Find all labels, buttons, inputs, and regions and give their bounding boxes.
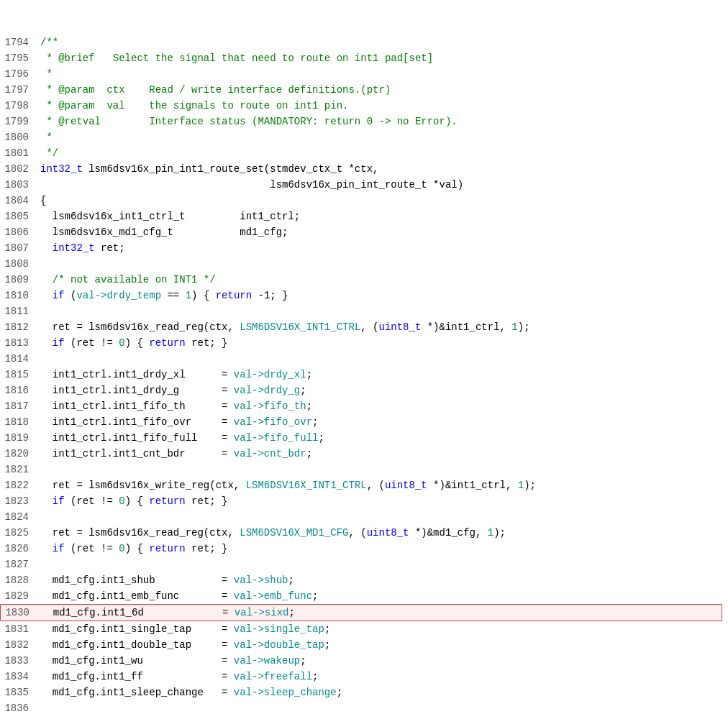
code-line: 1835 md1_cfg.int1_sleep_change = val->sl… bbox=[0, 685, 722, 700]
line-number: 1836 bbox=[0, 700, 37, 714]
line-content bbox=[37, 351, 722, 367]
code-line: 1802int32_t lsm6dsv16x_pin_int1_route_se… bbox=[0, 161, 722, 177]
line-number: 1812 bbox=[0, 319, 37, 335]
line-number: 1804 bbox=[0, 193, 37, 209]
code-line: 1798 * @param val the signals to route o… bbox=[0, 98, 722, 114]
code-line: 1830 md1_cfg.int1_6d = val->sixd; bbox=[0, 604, 722, 621]
code-line: 1819 int1_ctrl.int1_fifo_full = val->fif… bbox=[0, 430, 722, 446]
line-content: int1_ctrl.int1_drdy_g = val->drdy_g; bbox=[37, 383, 722, 398]
line-number: 1833 bbox=[0, 653, 37, 669]
line-content: md1_cfg.int1_ff = val->freefall; bbox=[37, 669, 722, 685]
line-number: 1818 bbox=[0, 414, 37, 430]
line-content: if (ret != 0) { return ret; } bbox=[37, 541, 722, 557]
line-number: 1817 bbox=[0, 398, 37, 414]
line-content: ret = lsm6dsv16x_read_reg(ctx, LSM6DSV16… bbox=[37, 319, 722, 335]
line-number: 1797 bbox=[0, 82, 37, 98]
line-number: 1811 bbox=[0, 303, 37, 319]
line-number: 1815 bbox=[0, 367, 37, 383]
line-number: 1829 bbox=[0, 588, 37, 604]
code-line: 1803 lsm6dsv16x_pin_int_route_t *val) bbox=[0, 177, 722, 193]
line-content bbox=[37, 303, 722, 319]
line-number: 1831 bbox=[0, 621, 37, 637]
line-number: 1814 bbox=[0, 351, 37, 367]
line-number: 1823 bbox=[0, 493, 37, 509]
line-number: 1799 bbox=[0, 114, 37, 129]
line-number: 1795 bbox=[0, 50, 37, 66]
code-line: 1813 if (ret != 0) { return ret; } bbox=[0, 335, 722, 351]
line-content: lsm6dsv16x_md1_cfg_t md1_cfg; bbox=[37, 224, 722, 240]
line-number: 1806 bbox=[0, 224, 37, 240]
line-number: 1801 bbox=[0, 145, 37, 161]
code-line: 1827 bbox=[0, 557, 722, 572]
line-number: 1830 bbox=[1, 605, 38, 621]
code-line: 1797 * @param ctx Read / write interface… bbox=[0, 82, 722, 98]
line-content bbox=[37, 256, 722, 272]
line-content: * @param ctx Read / write interface defi… bbox=[37, 82, 722, 98]
code-line: 1836 bbox=[0, 700, 722, 714]
code-line: 1804{ bbox=[0, 193, 722, 209]
code-line: 1833 md1_cfg.int1_wu = val->wakeup; bbox=[0, 653, 722, 669]
code-line: 1810 if (val->drdy_temp == 1) { return -… bbox=[0, 288, 722, 303]
line-content: if (val->drdy_temp == 1) { return -1; } bbox=[37, 288, 722, 303]
code-line: 1800 * bbox=[0, 129, 722, 145]
code-line: 1828 md1_cfg.int1_shub = val->shub; bbox=[0, 572, 722, 588]
line-content: ret = lsm6dsv16x_write_reg(ctx, LSM6DSV1… bbox=[37, 477, 722, 493]
line-number: 1820 bbox=[0, 446, 37, 462]
line-number: 1835 bbox=[0, 685, 37, 700]
line-content: * @param val the signals to route on int… bbox=[37, 98, 722, 114]
code-line: 1825 ret = lsm6dsv16x_read_reg(ctx, LSM6… bbox=[0, 525, 722, 541]
code-line: 1814 bbox=[0, 351, 722, 367]
code-line: 1832 md1_cfg.int1_double_tap = val->doub… bbox=[0, 637, 722, 653]
line-content bbox=[37, 509, 722, 525]
code-line: 1795 * @brief Select the signal that nee… bbox=[0, 50, 722, 66]
line-content: * @brief Select the signal that need to … bbox=[37, 50, 722, 66]
code-line: 1806 lsm6dsv16x_md1_cfg_t md1_cfg; bbox=[0, 224, 722, 240]
line-number: 1803 bbox=[0, 177, 37, 193]
line-content: /* not available on INT1 */ bbox=[37, 272, 722, 288]
line-number: 1821 bbox=[0, 462, 37, 477]
line-number: 1819 bbox=[0, 430, 37, 446]
code-line: 1817 int1_ctrl.int1_fifo_th = val->fifo_… bbox=[0, 398, 722, 414]
code-line: 1829 md1_cfg.int1_emb_func = val->emb_fu… bbox=[0, 588, 722, 604]
line-number: 1805 bbox=[0, 209, 37, 224]
line-content: */ bbox=[37, 145, 722, 161]
line-content: { bbox=[37, 193, 722, 209]
line-content: lsm6dsv16x_pin_int_route_t *val) bbox=[37, 177, 722, 193]
code-line: 1796 * bbox=[0, 66, 722, 82]
code-line: 1826 if (ret != 0) { return ret; } bbox=[0, 541, 722, 557]
code-line: 1815 int1_ctrl.int1_drdy_xl = val->drdy_… bbox=[0, 367, 722, 383]
line-content: int1_ctrl.int1_fifo_th = val->fifo_th; bbox=[37, 398, 722, 414]
code-line: 1823 if (ret != 0) { return ret; } bbox=[0, 493, 722, 509]
code-line: 1805 lsm6dsv16x_int1_ctrl_t int1_ctrl; bbox=[0, 209, 722, 224]
line-content: int1_ctrl.int1_fifo_full = val->fifo_ful… bbox=[37, 430, 722, 446]
line-number: 1824 bbox=[0, 509, 37, 525]
line-number: 1810 bbox=[0, 288, 37, 303]
line-content: if (ret != 0) { return ret; } bbox=[37, 335, 722, 351]
line-content: md1_cfg.int1_wu = val->wakeup; bbox=[37, 653, 722, 669]
code-line: 1794/** bbox=[0, 35, 722, 50]
line-content: * bbox=[37, 129, 722, 145]
line-number: 1826 bbox=[0, 541, 37, 557]
line-content bbox=[37, 557, 722, 572]
code-line: 1820 int1_ctrl.int1_cnt_bdr = val->cnt_b… bbox=[0, 446, 722, 462]
line-number: 1832 bbox=[0, 637, 37, 653]
line-number: 1827 bbox=[0, 557, 37, 572]
code-line: 1799 * @retval Interface status (MANDATO… bbox=[0, 114, 722, 129]
line-content: md1_cfg.int1_emb_func = val->emb_func; bbox=[37, 588, 722, 604]
line-content: int32_t lsm6dsv16x_pin_int1_route_set(st… bbox=[37, 161, 722, 177]
code-line: 1811 bbox=[0, 303, 722, 319]
line-number: 1816 bbox=[0, 383, 37, 398]
line-content: int1_ctrl.int1_drdy_xl = val->drdy_xl; bbox=[37, 367, 722, 383]
line-number: 1822 bbox=[0, 477, 37, 493]
line-content: * @retval Interface status (MANDATORY: r… bbox=[37, 114, 722, 129]
line-content: int1_ctrl.int1_fifo_ovr = val->fifo_ovr; bbox=[37, 414, 722, 430]
line-number: 1807 bbox=[0, 240, 37, 256]
code-line: 1808 bbox=[0, 256, 722, 272]
line-content: md1_cfg.int1_6d = val->sixd; bbox=[38, 605, 722, 621]
code-container: 1794/**1795 * @brief Select the signal t… bbox=[0, 0, 728, 714]
line-content: md1_cfg.int1_sleep_change = val->sleep_c… bbox=[37, 685, 722, 700]
line-number: 1809 bbox=[0, 272, 37, 288]
code-line: 1831 md1_cfg.int1_single_tap = val->sing… bbox=[0, 621, 722, 637]
line-content: md1_cfg.int1_double_tap = val->double_ta… bbox=[37, 637, 722, 653]
code-line: 1801 */ bbox=[0, 145, 722, 161]
